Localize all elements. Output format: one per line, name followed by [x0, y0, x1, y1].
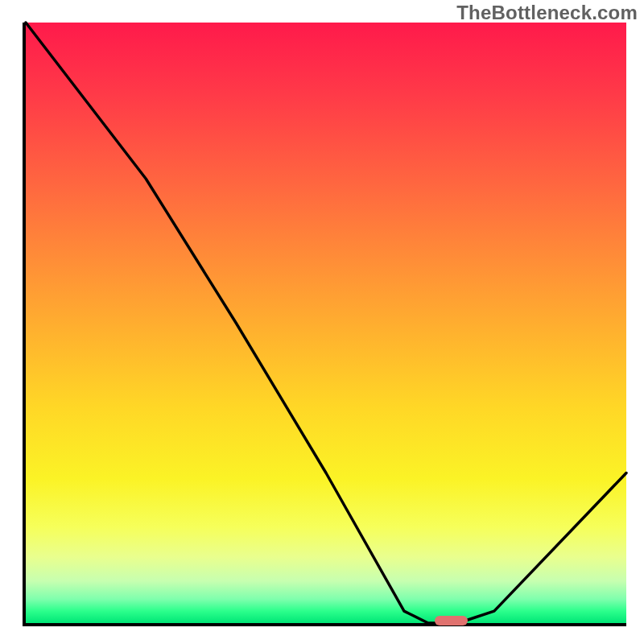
- chart-container: TheBottleneck.com: [0, 0, 644, 644]
- plot-area: [23, 23, 626, 626]
- curve-path: [26, 23, 626, 623]
- bottleneck-curve: [26, 23, 626, 623]
- watermark-text: TheBottleneck.com: [456, 2, 638, 24]
- optimal-marker: [435, 616, 468, 625]
